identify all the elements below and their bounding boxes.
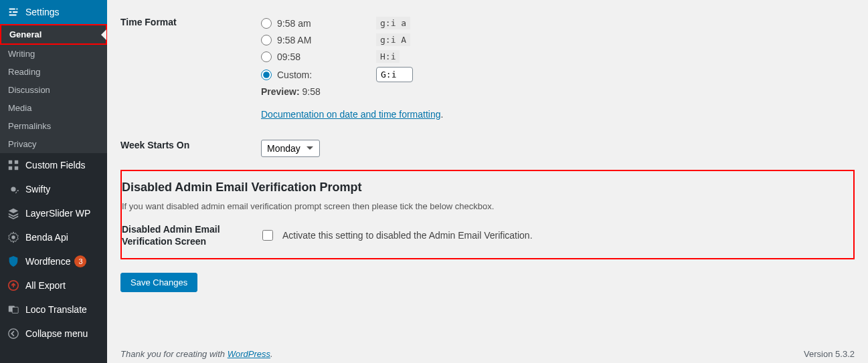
svg-rect-7 (12, 307, 18, 313)
admin-footer: Thank you for creating with WordPress. V… (120, 349, 855, 359)
radio-time-3[interactable] (261, 51, 272, 62)
submenu-general-highlight: General (0, 24, 107, 45)
sidebar-item-benda-api[interactable]: Benda Api (0, 225, 107, 249)
shield-icon (7, 255, 20, 268)
gear-icon (7, 231, 20, 244)
week-starts-heading: Week Starts On (120, 130, 254, 167)
time-format-preview: Preview: 9:58 (261, 86, 848, 97)
time-format-option-1[interactable]: 9:58 am g:i a (261, 17, 848, 29)
sidebar-sub-media[interactable]: Media (0, 99, 107, 117)
sidebar-sub-discussion[interactable]: Discussion (0, 81, 107, 99)
time-format-code: g:i A (376, 33, 410, 46)
sidebar-sub-reading[interactable]: Reading (0, 63, 107, 81)
radio-time-1[interactable] (261, 18, 272, 29)
sidebar-item-collapse[interactable]: Collapse menu (0, 322, 107, 346)
time-format-heading: Time Format (120, 7, 254, 130)
svg-rect-2 (9, 166, 12, 170)
time-format-option-2[interactable]: 9:58 AM g:i A (261, 33, 848, 46)
disabled-admin-checkbox[interactable] (262, 230, 273, 241)
svg-rect-1 (15, 160, 18, 164)
sidebar-sub-permalinks[interactable]: Permalinks (0, 117, 107, 135)
time-format-custom-input[interactable] (376, 67, 413, 82)
time-format-code: H:i (376, 50, 400, 63)
time-format-label: 09:58 (277, 51, 371, 62)
slider-icon (7, 5, 20, 19)
section-heading: Disabled Admin Email Verification Prompt (122, 180, 841, 195)
datetime-doc-link[interactable]: Documentation on date and time formattin… (261, 109, 441, 120)
sidebar-sub-general[interactable]: General (1, 25, 106, 43)
time-format-option-3[interactable]: 09:58 H:i (261, 50, 848, 63)
sidebar-sub-privacy[interactable]: Privacy (0, 135, 107, 153)
sidebar-label: Settings (25, 7, 60, 17)
section-desc: If you want disabled admin email verific… (122, 201, 841, 211)
sidebar-item-settings[interactable]: Settings (0, 0, 107, 24)
version-text: Version 5.3.2 (804, 349, 855, 359)
svg-rect-0 (9, 160, 12, 164)
sidebar-item-loco[interactable]: Loco Translate (0, 297, 107, 322)
svg-point-4 (11, 235, 15, 239)
week-starts-select[interactable]: Monday (261, 140, 320, 157)
sidebar-item-custom-fields[interactable]: Custom Fields (0, 153, 107, 177)
radio-time-2[interactable] (261, 35, 272, 45)
sidebar-item-layerslider[interactable]: LayerSlider WP (0, 201, 107, 225)
notification-badge: 3 (74, 255, 86, 267)
gear-icon (7, 183, 20, 196)
grid-icon (7, 158, 20, 172)
translate-icon (7, 303, 20, 316)
settings-submenu: Writing Reading Discussion Media Permali… (0, 45, 107, 153)
sidebar-item-wordfence[interactable]: Wordfence 3 (0, 249, 107, 273)
export-icon (7, 279, 20, 292)
radio-time-custom[interactable] (261, 70, 272, 80)
time-format-label: 9:58 am (277, 18, 371, 29)
disabled-admin-field-label: Disabled Admin Email Verification Screen (122, 223, 256, 247)
admin-sidebar: Settings General Writing Reading Discuss… (0, 0, 107, 363)
svg-point-8 (9, 329, 18, 338)
wordpress-link[interactable]: WordPress (228, 349, 270, 359)
sidebar-sub-writing[interactable]: Writing (0, 45, 107, 63)
collapse-icon (7, 327, 20, 340)
layers-icon (7, 207, 20, 220)
time-format-custom-label: Custom: (277, 70, 371, 80)
sidebar-item-all-export[interactable]: All Export (0, 273, 107, 297)
save-changes-button[interactable]: Save Changes (120, 273, 197, 292)
time-format-option-custom[interactable]: Custom: (261, 67, 848, 82)
svg-rect-3 (15, 166, 18, 170)
disabled-admin-email-section: Disabled Admin Email Verification Prompt… (120, 170, 855, 259)
main-content: Time Format 9:58 am g:i a 9:58 AM g:i A … (107, 0, 868, 363)
time-format-label: 9:58 AM (277, 35, 371, 45)
disabled-admin-checkbox-desc: Activate this setting to disabled the Ad… (282, 230, 533, 241)
sidebar-item-swifty[interactable]: Swifty (0, 177, 107, 201)
time-format-code: g:i a (376, 17, 410, 29)
